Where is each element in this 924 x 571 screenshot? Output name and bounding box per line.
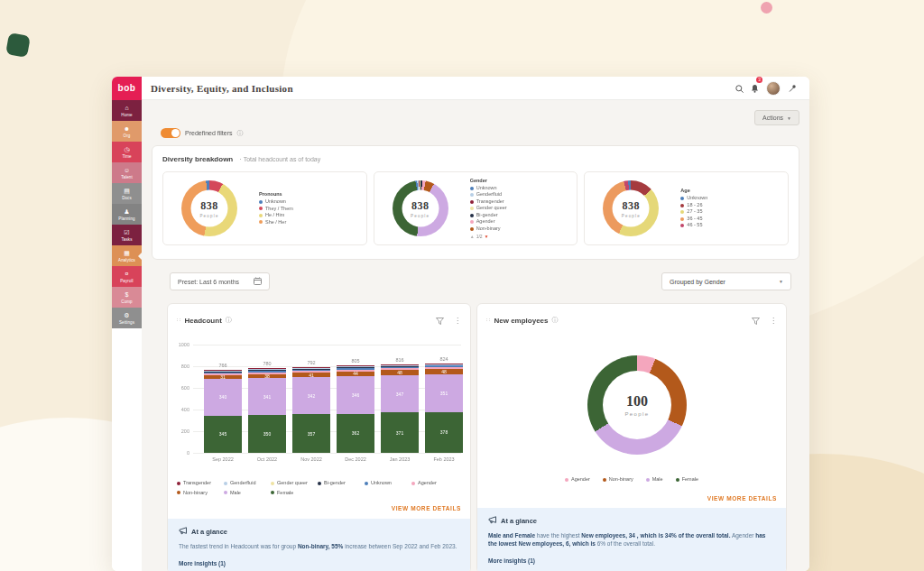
filter-icon[interactable] [436,312,444,328]
y-axis-label: 1000 [173,342,189,347]
legend-item: Agender [470,218,507,226]
headcount-at-a-glance: At a glance The fastest trend in Headcou… [168,519,470,571]
at-a-glance-title: At a glance [191,528,227,536]
bar-segment-gender-queer [248,369,286,370]
gridline [193,453,461,454]
legend-item: 46 - 55 [680,222,707,229]
sidebar-item-comp[interactable]: $Comp [112,287,142,308]
headcount-bar-Dec-2022: 80536234644 [337,358,374,453]
sidebar-item-docs[interactable]: ▤Docs [112,183,142,204]
view-more-details-link[interactable]: VIEW MORE DETAILS [168,499,470,511]
legend-item: Unknown [680,195,707,202]
legend-item: Genderfluid [224,480,271,487]
legend-label: Female [682,476,698,484]
more-insights-link[interactable]: More insights (1) [488,557,775,564]
legend-label: Gender queer [476,205,507,212]
sidebar-item-planning[interactable]: ♟Planning [112,204,142,225]
bar-segment-agender [425,367,463,369]
legend-item: Female [271,490,318,497]
legend-dot [224,482,227,485]
sidebar-item-tasks[interactable]: ☑Tasks [112,225,142,245]
sidebar-item-talent[interactable]: ☺Talent [112,162,142,183]
legend-item: Gender queer [271,480,318,487]
drag-handle-icon[interactable]: ∷ [177,317,180,324]
x-axis-label: Oct 2022 [248,456,286,462]
bar-segment-bi-gender [337,367,374,368]
bar-segment-agender [337,370,374,372]
chevron-down-icon: ▼ [787,115,791,121]
notifications-bell-icon[interactable]: 3 [751,80,759,97]
filter-icon[interactable] [752,312,760,328]
time-icon: ◷ [124,146,129,153]
sidebar-item-settings[interactable]: ⚙Settings [112,308,142,328]
more-insights-link[interactable]: More insights (1) [179,560,459,566]
pin-icon[interactable] [788,80,797,97]
info-icon[interactable]: ⓘ [552,316,559,325]
sidebar-item-home[interactable]: ⌂Home [112,100,142,121]
new-employees-total: 100 [626,393,648,410]
legend-label: Unknown [265,198,286,206]
bar-segment-male: 342 [292,377,330,414]
search-icon[interactable] [735,80,744,97]
date-preset-picker[interactable]: Preset: Last 6 months [170,272,270,290]
bar-stack: 37134748 [381,364,419,453]
legend-item: Non-binary [177,490,224,497]
legend-item: Unknown [470,185,507,192]
y-axis-label: 0 [173,450,189,456]
legend-dot [259,220,263,224]
bar-segment-male: 351 [425,374,463,412]
bar-segment-bi-gender [248,370,286,371]
pager-down-icon[interactable]: ▼ [485,234,489,239]
x-axis-label: Nov 2022 [292,456,330,462]
headcount-total: 838 [200,199,218,213]
legend-dot [259,200,263,204]
pronouns-donut-chart: 838 People [181,180,237,236]
legend-dot [565,478,568,482]
bar-segment-non-binary: 44 [337,372,374,376]
predefined-filters-toggle[interactable] [161,128,180,138]
view-more-details-link[interactable]: VIEW MORE DETAILS [477,489,786,502]
bar-segment-unknown [292,370,330,372]
donut-center: 838 People [402,190,439,227]
headcount-total-unit: People [411,214,430,218]
legend-pager[interactable]: ▲ 1/2 ▼ [470,234,507,239]
bar-segment-male: 347 [381,375,419,413]
calendar-icon [254,277,262,286]
sidebar-item-label: Tasks [121,237,132,242]
headcount-bar-Feb-2023: 82437835148 [425,356,463,453]
info-icon[interactable]: ⓘ [226,316,232,325]
legend-dot [271,482,274,485]
legend-dot [259,214,263,217]
legend-item: Transgender [177,480,224,487]
user-avatar[interactable] [766,81,781,96]
insight-text: The fastest trend in Headcount was for g… [179,542,459,551]
bar-segment-unknown [337,368,374,370]
headcount-panel-header: ∷ Headcount ⓘ ⋮ [168,304,470,328]
sidebar-item-payroll[interactable]: ¤Payroll [112,266,142,287]
pager-up-icon[interactable]: ▲ [470,234,475,239]
legend-item: Male [224,490,271,497]
sidebar-item-label: Docs [122,196,132,200]
plot-area: 76634534031Sep 202278035034138Oct 202279… [193,345,461,453]
info-icon[interactable]: ⓘ [237,129,244,138]
actions-button[interactable]: Actions ▼ [754,110,799,125]
kebab-menu-icon[interactable]: ⋮ [454,317,461,325]
sidebar-item-time[interactable]: ◷Time [112,142,142,162]
bar-segment-non-binary: 31 [204,375,242,379]
legend-item: Bi-gender [318,480,365,487]
bar-segment-female: 378 [425,412,463,453]
kebab-menu-icon[interactable]: ⋮ [770,317,777,325]
headcount-total: 838 [411,199,430,213]
sidebar-item-org[interactable]: ☻Org [112,121,142,142]
at-a-glance-title: At a glance [501,517,537,525]
y-axis-label: 600 [173,385,189,391]
drag-handle-icon[interactable]: ∷ [486,317,490,324]
breakdown-title: Diversity breakdown [162,155,233,163]
sidebar-item-analytics[interactable]: ▦Analytics [112,245,142,266]
bar-segment-female: 357 [292,414,330,453]
legend-label: Unknown [371,480,392,487]
bob-logo[interactable]: bob [112,77,142,100]
legend-dot [271,491,274,494]
grouped-by-select[interactable]: Grouped by Gender ▼ [661,272,791,290]
bar-total-label: 816 [381,357,419,363]
